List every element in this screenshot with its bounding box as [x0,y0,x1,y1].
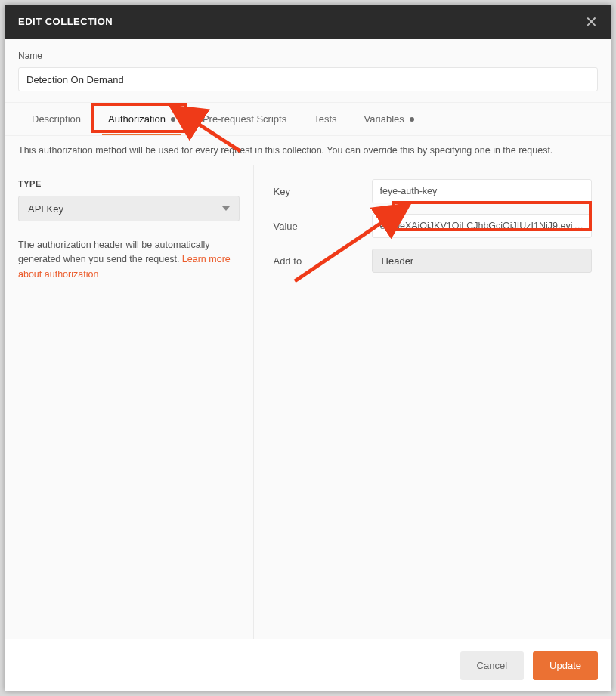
modified-indicator-icon [171,117,175,122]
key-label: Key [274,186,372,197]
tab-label: Variables [364,113,404,125]
value-input-text: eyJ0eXAiOiJKV1QiLCJhbGciOiJIUzI1NiJ9.eyj [380,221,573,231]
close-icon: ✕ [585,14,598,30]
auth-help-text: This authorization method will be used f… [5,136,611,165]
tab-label: Tests [314,113,336,125]
tab-label: Authorization [108,113,166,125]
addto-select[interactable]: Header [372,249,592,273]
name-label: Name [18,51,598,61]
edit-collection-modal: EDIT COLLECTION ✕ Name Description Autho… [5,5,611,691]
auth-type-help: The authorization header will be automat… [18,238,240,282]
auth-type-help-text: The authorization header will be automat… [18,240,210,264]
modal-header: EDIT COLLECTION ✕ [5,5,611,39]
type-label: TYPE [18,179,240,188]
tab-tests[interactable]: Tests [300,103,350,135]
ellipsis-icon: … [574,221,584,231]
tab-label: Pre-request Scripts [203,113,286,125]
modal-body: Name Description Authorization Pre-reque… [5,39,611,639]
auth-type-value: API Key [28,203,63,215]
addto-label: Add to [274,255,372,267]
tab-authorization[interactable]: Authorization [94,103,189,135]
modified-indicator-icon [410,117,414,122]
tabs: Description Authorization Pre-request Sc… [5,103,611,136]
tab-label: Description [32,113,81,125]
tab-pre-request-scripts[interactable]: Pre-request Scripts [189,103,300,135]
name-section: Name [5,39,611,103]
key-row: Key [274,179,592,203]
auth-type-select[interactable]: API Key [18,196,240,221]
modal-title: EDIT COLLECTION [18,16,113,27]
update-button[interactable]: Update [533,651,598,680]
value-label: Value [274,221,372,232]
auth-fields-pane: Key Value eyJ0eXAiOiJKV1QiLCJhbGciOiJIUz… [254,165,611,639]
auth-type-pane: TYPE API Key The authorization header wi… [5,165,254,639]
addto-row: Add to Header [274,249,592,273]
cancel-button[interactable]: Cancel [460,651,524,680]
value-row: Value eyJ0eXAiOiJKV1QiLCJhbGciOiJIUzI1Ni… [274,214,592,238]
chevron-down-icon [222,206,230,211]
collection-name-input[interactable] [18,67,598,91]
modal-footer: Cancel Update [5,639,611,691]
auth-config: TYPE API Key The authorization header wi… [5,165,611,639]
close-button[interactable]: ✕ [585,14,598,29]
tab-description[interactable]: Description [18,103,94,135]
value-input[interactable]: eyJ0eXAiOiJKV1QiLCJhbGciOiJIUzI1NiJ9.eyj… [372,214,592,238]
key-input[interactable] [372,179,592,203]
addto-value: Header [382,255,414,267]
tab-variables[interactable]: Variables [351,103,428,135]
